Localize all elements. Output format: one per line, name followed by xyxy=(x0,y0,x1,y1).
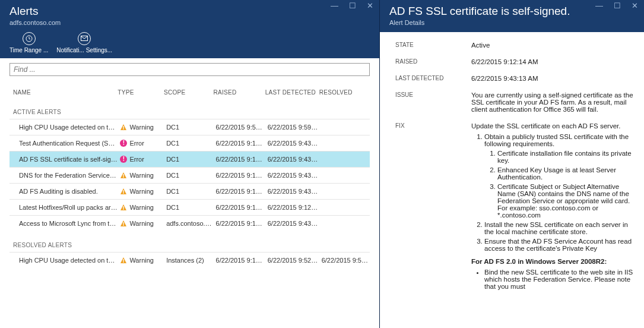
alert-name: Access to Microsoft Lync from the extra.… xyxy=(9,220,118,227)
search-input[interactable] xyxy=(9,63,370,76)
alert-raised: 6/22/2015 9:13:27 xyxy=(214,257,265,264)
alert-type: !Warning xyxy=(118,257,164,264)
table-row[interactable]: Access to Microsoft Lync from the extra.… xyxy=(9,215,370,231)
alerts-toolbar: Time Range ... Notificati... Settings... xyxy=(0,30,379,58)
notification-settings-label: Notificati... Settings... xyxy=(56,47,112,53)
alert-detected: 6/22/2015 9:43:13 xyxy=(265,188,319,195)
table-row[interactable]: DNS for the Federation Service may be...… xyxy=(9,167,370,183)
table-row[interactable]: AD FS SSL certificate is self-signed.!Er… xyxy=(9,151,370,167)
alert-details-pane: — ☐ ✕ AD FS SSL certificate is self-sign… xyxy=(380,0,644,328)
maximize-icon[interactable]: ☐ xyxy=(611,0,623,11)
svg-text:!: ! xyxy=(123,125,125,131)
minimize-icon[interactable]: — xyxy=(328,0,341,11)
fix-2008r2-list: Bind the new SSL certificate to the web … xyxy=(471,269,633,290)
svg-text:!: ! xyxy=(123,173,125,179)
alert-scope: DC1 xyxy=(164,124,213,131)
alert-detected: 6/22/2015 9:43:13 xyxy=(265,156,319,163)
alerts-subtitle: adfs.contoso.com xyxy=(9,19,370,26)
resolved-alerts-section: RESOLVED ALERTS xyxy=(9,231,370,252)
error-icon: ! xyxy=(120,156,127,163)
alert-raised: 6/22/2015 9:12:14 xyxy=(214,220,265,227)
notification-settings-button[interactable]: Notificati... Settings... xyxy=(56,32,112,53)
alert-type: !Warning xyxy=(118,124,164,131)
col-name[interactable]: NAME xyxy=(9,89,118,96)
alert-raised: 6/22/2015 9:12:14 xyxy=(214,172,265,179)
details-header: — ☐ ✕ AD FS SSL certificate is self-sign… xyxy=(380,0,644,32)
alert-detected: 6/22/2015 9:59:03 xyxy=(265,124,319,131)
alert-detected: 6/22/2015 9:52:58 xyxy=(265,257,319,264)
alert-detected: 6/22/2015 9:43:13 xyxy=(265,172,319,179)
details-body[interactable]: STATE Active RAISED 6/22/2015 9:12:14 AM… xyxy=(380,32,644,328)
alert-name: Test Authentication Request (Synthetic..… xyxy=(9,140,118,147)
detail-last-detected-row: LAST DETECTED 6/22/2015 9:43:13 AM xyxy=(395,75,633,82)
alerts-pane: — ☐ ✕ Alerts adfs.contoso.com Time Range… xyxy=(0,0,380,328)
col-last-detected[interactable]: LAST DETECTED xyxy=(265,89,319,96)
fix-steps-list: Obtain a publicly trusted SSL certificat… xyxy=(471,133,633,252)
alert-raised: 6/22/2015 9:12:14 xyxy=(214,204,265,211)
state-label: STATE xyxy=(395,42,471,49)
alerts-body: NAME TYPE SCOPE RAISED LAST DETECTED RES… xyxy=(0,58,379,328)
alert-type: !Error xyxy=(118,140,164,147)
alert-scope: adfs.contoso.com xyxy=(164,220,213,227)
fix-step-1b: Enhanced Key Usage is at least Server Au… xyxy=(497,166,633,181)
alert-name: Latest Hotfixes/Roll up packs are not in… xyxy=(9,204,118,211)
warning-icon: ! xyxy=(120,220,127,227)
time-range-button[interactable]: Time Range ... xyxy=(9,32,48,53)
window-controls-right: — ☐ ✕ xyxy=(593,0,640,11)
table-row[interactable]: High CPU Usage detected on the Feder...!… xyxy=(9,252,370,268)
fix-step-2: Install the new SSL certificate on each … xyxy=(484,221,633,235)
alert-type: !Warning xyxy=(118,188,164,195)
alert-raised: 6/22/2015 9:12:14 xyxy=(214,140,265,147)
fix-value: Update the SSL certificate on each AD FS… xyxy=(471,122,633,292)
detail-raised-row: RAISED 6/22/2015 9:12:14 AM xyxy=(395,58,633,65)
alert-scope: DC1 xyxy=(164,188,213,195)
table-row[interactable]: Latest Hotfixes/Roll up packs are not in… xyxy=(9,199,370,215)
close-icon[interactable]: ✕ xyxy=(629,0,640,11)
raised-value: 6/22/2015 9:12:14 AM xyxy=(471,58,633,65)
table-row[interactable]: High CPU Usage detected on the Feder...!… xyxy=(9,119,370,135)
alerts-grid: NAME TYPE SCOPE RAISED LAST DETECTED RES… xyxy=(9,87,370,268)
fix-step-1a: Certificate installation file contains i… xyxy=(497,150,633,164)
close-icon[interactable]: ✕ xyxy=(364,0,376,11)
col-type[interactable]: TYPE xyxy=(118,89,164,96)
mail-icon xyxy=(78,32,91,45)
svg-text:!: ! xyxy=(123,258,125,264)
warning-icon: ! xyxy=(120,188,127,195)
clock-icon xyxy=(23,32,36,45)
alert-name: High CPU Usage detected on the Feder... xyxy=(9,124,118,131)
alert-scope: DC1 xyxy=(164,172,213,179)
alert-raised: 6/22/2015 9:55:59 xyxy=(214,124,265,131)
state-value: Active xyxy=(471,42,633,49)
svg-text:!: ! xyxy=(123,221,125,227)
table-row[interactable]: Test Authentication Request (Synthetic..… xyxy=(9,135,370,151)
table-row[interactable]: AD FS Auditing is disabled.!WarningDC16/… xyxy=(9,183,370,199)
minimize-icon[interactable]: — xyxy=(593,0,605,11)
fix-step-1-sub: Certificate installation file contains i… xyxy=(484,150,633,219)
col-resolved[interactable]: RESOLVED xyxy=(319,89,370,96)
alert-detected: 6/22/2015 9:12:13 xyxy=(265,204,319,211)
raised-label: RAISED xyxy=(395,58,471,65)
alert-name: AD FS Auditing is disabled. xyxy=(9,188,118,195)
alert-resolved: 6/22/2015 9:53:58 xyxy=(319,257,370,264)
alert-type: !Error xyxy=(118,156,164,163)
time-range-label: Time Range ... xyxy=(9,47,48,53)
fix-step-1c: Certificate Subject or Subject Alternati… xyxy=(497,183,633,219)
detail-fix-row: FIX Update the SSL certificate on each A… xyxy=(395,122,633,292)
window-controls-left: — ☐ ✕ xyxy=(328,0,376,11)
warning-icon: ! xyxy=(120,172,127,179)
alert-type: !Warning xyxy=(118,220,164,227)
svg-text:!: ! xyxy=(123,189,125,195)
fix-step-1: Obtain a publicly trusted SSL certificat… xyxy=(484,133,633,219)
detail-state-row: STATE Active xyxy=(395,42,633,49)
alert-type: !Warning xyxy=(118,172,164,179)
last-detected-label: LAST DETECTED xyxy=(395,75,471,82)
alert-scope: DC1 xyxy=(164,204,213,211)
col-scope[interactable]: SCOPE xyxy=(164,89,213,96)
fix-step-3: Ensure that the AD FS Service Account ha… xyxy=(484,238,633,252)
fix-intro: Update the SSL certificate on each AD FS… xyxy=(471,122,633,130)
warning-icon: ! xyxy=(120,204,127,211)
col-raised[interactable]: RAISED xyxy=(213,89,265,96)
alert-name: DNS for the Federation Service may be... xyxy=(9,172,118,179)
alert-raised: 6/22/2015 9:12:14 xyxy=(214,156,265,163)
maximize-icon[interactable]: ☐ xyxy=(347,0,359,11)
